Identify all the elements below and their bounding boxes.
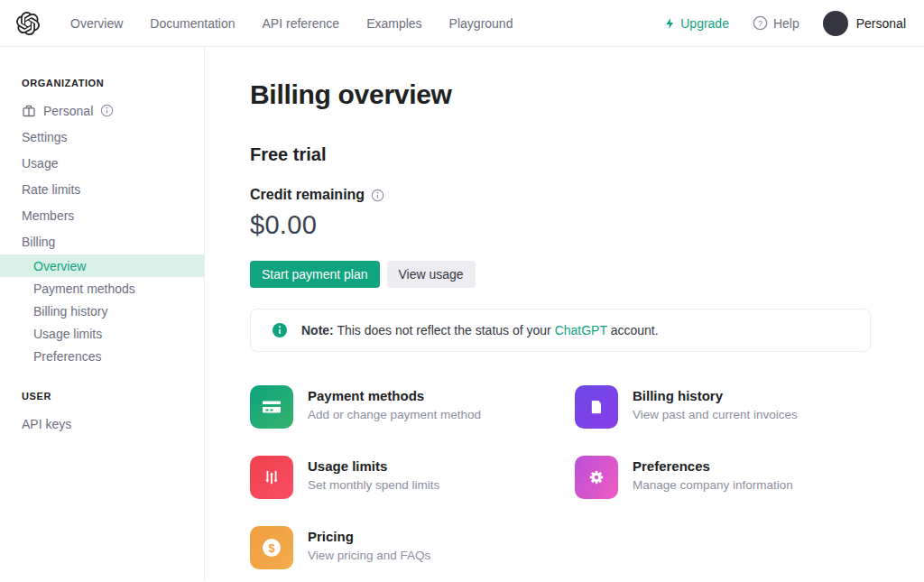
dollar-icon: $ — [250, 526, 293, 569]
credit-amount: $0.00 — [250, 210, 924, 240]
payment-methods-card[interactable]: Payment methods Add or change payment me… — [250, 385, 575, 429]
note-prefix: Note: — [301, 323, 334, 337]
sidebar-item-members[interactable]: Members — [0, 202, 204, 228]
chatgpt-link[interactable]: ChatGPT — [555, 323, 607, 337]
start-payment-plan-button[interactable]: Start payment plan — [250, 261, 380, 288]
top-nav: Overview Documentation API reference Exa… — [0, 0, 924, 47]
bolt-icon — [664, 17, 676, 30]
info-icon[interactable] — [371, 189, 384, 202]
credit-remaining-label: Credit remaining — [250, 187, 365, 203]
page-title: Billing overview — [250, 79, 924, 110]
card-title: Payment methods — [308, 388, 481, 403]
card-title: Preferences — [633, 458, 793, 474]
upgrade-label: Upgrade — [680, 16, 729, 31]
note-body-end: account. — [607, 323, 659, 337]
sidebar-item-api-keys[interactable]: API keys — [0, 411, 204, 437]
sidebar-item-rate-limits[interactable]: Rate limits — [0, 176, 204, 202]
sidebar-item-billing-history[interactable]: Billing history — [0, 300, 204, 322]
sidebar-item-usage-limits[interactable]: Usage limits — [0, 322, 204, 345]
sliders-icon — [250, 456, 293, 499]
upgrade-button[interactable]: Upgrade — [664, 16, 729, 31]
credit-card-icon — [250, 385, 293, 429]
nav-documentation[interactable]: Documentation — [150, 16, 235, 31]
card-subtitle: View past and current invoices — [633, 408, 798, 421]
document-icon — [575, 385, 618, 429]
nav-playground[interactable]: Playground — [449, 16, 513, 31]
plan-title: Free trial — [250, 144, 924, 165]
pricing-card[interactable]: $ Pricing View pricing and FAQs — [250, 526, 575, 569]
sidebar-item-settings[interactable]: Settings — [0, 124, 204, 150]
sidebar-item-usage[interactable]: Usage — [0, 150, 204, 176]
help-label: Help — [773, 16, 799, 31]
billing-history-card[interactable]: Billing history View past and current in… — [575, 385, 900, 429]
card-title: Billing history — [633, 388, 798, 403]
sidebar-item-payment-methods[interactable]: Payment methods — [0, 277, 204, 300]
card-title: Pricing — [308, 529, 430, 544]
billing-cards: Payment methods Add or change payment me… — [250, 385, 924, 569]
nav-examples[interactable]: Examples — [366, 16, 421, 31]
organization-section-label: ORGANIZATION — [0, 78, 204, 88]
preferences-card[interactable]: Preferences Manage company information — [575, 456, 900, 499]
nav-overview[interactable]: Overview — [70, 16, 123, 31]
user-section-label: USER — [0, 391, 204, 402]
note-text: Note: This does not reflect the status o… — [301, 323, 659, 337]
primary-nav: Overview Documentation API reference Exa… — [70, 16, 513, 31]
sidebar: ORGANIZATION Personal Settings Usage Rat… — [0, 47, 205, 581]
sidebar-item-billing-overview[interactable]: Overview — [0, 254, 204, 277]
sidebar-item-billing[interactable]: Billing — [0, 228, 204, 254]
org-name: Personal — [43, 104, 93, 118]
svg-text:?: ? — [758, 18, 762, 28]
gear-icon — [575, 456, 618, 499]
briefcase-icon — [22, 104, 36, 118]
card-subtitle: View pricing and FAQs — [308, 549, 430, 562]
card-title: Usage limits — [308, 458, 439, 474]
account-menu[interactable]: Personal — [823, 11, 906, 36]
account-name: Personal — [856, 16, 906, 31]
card-subtitle: Manage company information — [633, 478, 793, 492]
card-subtitle: Set monthly spend limits — [308, 478, 439, 492]
info-icon[interactable] — [100, 104, 114, 117]
openai-logo-icon[interactable] — [14, 10, 42, 37]
avatar — [823, 11, 848, 36]
svg-text:$: $ — [268, 541, 275, 555]
nav-api-reference[interactable]: API reference — [263, 16, 340, 31]
info-filled-icon — [273, 323, 287, 337]
note-body: This does not reflect the status of your — [334, 323, 555, 337]
usage-limits-card[interactable]: Usage limits Set monthly spend limits — [250, 456, 575, 499]
card-subtitle: Add or change payment method — [308, 408, 481, 421]
question-circle-icon: ? — [753, 15, 768, 31]
main-content: Billing overview Free trial Credit remai… — [205, 47, 924, 581]
note-banner: Note: This does not reflect the status o… — [250, 309, 871, 352]
sidebar-item-preferences[interactable]: Preferences — [0, 345, 204, 367]
help-button[interactable]: ? Help — [753, 15, 799, 31]
org-selector[interactable]: Personal — [0, 97, 204, 124]
view-usage-button[interactable]: View usage — [387, 261, 476, 288]
